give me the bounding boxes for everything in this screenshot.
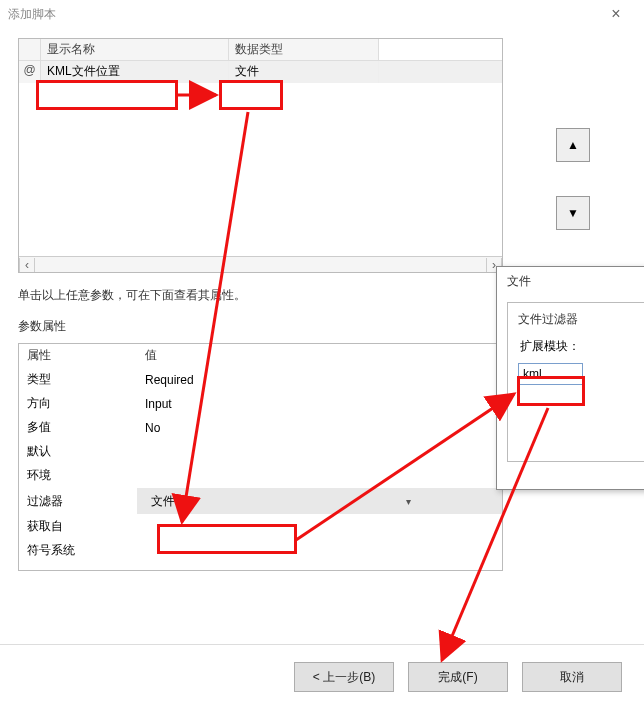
popup-inner: 文件过滤器 扩展模块： <box>507 302 644 462</box>
move-up-button[interactable]: ▲ <box>556 128 590 162</box>
cancel-button[interactable]: 取消 <box>522 662 622 692</box>
popup-title: 文件 <box>507 273 644 296</box>
extension-input[interactable] <box>518 363 583 385</box>
params-header-val: 值 <box>137 344 502 368</box>
param-label: 类型 <box>19 368 137 392</box>
param-filter-cell[interactable]: 文件 ▾ <box>137 488 502 515</box>
param-label: 环境 <box>19 464 137 488</box>
chevron-down-icon: ▾ <box>406 496 411 507</box>
filter-combobox-value: 文件 <box>151 493 175 510</box>
back-button[interactable]: < 上一步(B) <box>294 662 394 692</box>
filter-combobox[interactable]: 文件 ▾ <box>145 491 415 511</box>
param-value[interactable]: No <box>137 416 502 440</box>
param-row-default[interactable]: 默认 <box>19 440 502 464</box>
finish-button[interactable]: 完成(F) <box>408 662 508 692</box>
param-value[interactable] <box>137 539 502 563</box>
param-row-symbol[interactable]: 符号系统 <box>19 539 502 563</box>
grid-row-marker: @ <box>19 61 41 83</box>
parameters-grid[interactable]: 显示名称 数据类型 @ KML文件位置 文件 ‹ › <box>18 38 503 273</box>
param-label: 获取自 <box>19 515 137 539</box>
param-label: 过滤器 <box>19 488 137 515</box>
param-value[interactable] <box>137 440 502 464</box>
params-table: 属性 值 类型 Required 方向 Input 多值 No 默认 环境 <box>19 344 502 563</box>
param-value[interactable] <box>137 464 502 488</box>
arrow-up-icon: ▲ <box>567 138 579 152</box>
param-row-from[interactable]: 获取自 <box>19 515 502 539</box>
param-row-dir[interactable]: 方向 Input <box>19 392 502 416</box>
grid-cell-type[interactable]: 文件 <box>229 61 379 83</box>
param-value[interactable] <box>137 515 502 539</box>
file-filter-popup: 文件 文件过滤器 扩展模块： <box>496 266 644 490</box>
wizard-button-bar: < 上一步(B) 完成(F) 取消 <box>0 662 644 692</box>
close-icon[interactable]: × <box>596 5 636 23</box>
grid-row[interactable]: @ KML文件位置 文件 <box>19 61 502 83</box>
grid-scrollbar[interactable]: ‹ › <box>19 256 502 272</box>
divider <box>0 644 644 645</box>
param-row-multi[interactable]: 多值 No <box>19 416 502 440</box>
grid-header-type[interactable]: 数据类型 <box>229 39 379 60</box>
param-row-type[interactable]: 类型 Required <box>19 368 502 392</box>
params-header-attr: 属性 <box>19 344 137 368</box>
param-label: 默认 <box>19 440 137 464</box>
param-row-filter[interactable]: 过滤器 文件 ▾ <box>19 488 502 515</box>
param-label: 方向 <box>19 392 137 416</box>
window-titlebar: 添加脚本 × <box>0 0 644 28</box>
scroll-left-icon[interactable]: ‹ <box>19 258 35 272</box>
param-label: 符号系统 <box>19 539 137 563</box>
params-header-row: 属性 值 <box>19 344 502 368</box>
grid-header-name[interactable]: 显示名称 <box>41 39 229 60</box>
grid-cell-name[interactable]: KML文件位置 <box>41 61 229 83</box>
params-properties-box: 属性 值 类型 Required 方向 Input 多值 No 默认 环境 <box>18 343 503 571</box>
param-row-env[interactable]: 环境 <box>19 464 502 488</box>
grid-header: 显示名称 数据类型 <box>19 39 502 61</box>
param-value[interactable]: Required <box>137 368 502 392</box>
arrow-down-icon: ▼ <box>567 206 579 220</box>
popup-ext-label: 扩展模块： <box>520 338 634 355</box>
move-down-button[interactable]: ▼ <box>556 196 590 230</box>
window-title: 添加脚本 <box>8 6 596 23</box>
popup-subtitle: 文件过滤器 <box>518 311 634 328</box>
param-value[interactable]: Input <box>137 392 502 416</box>
param-label: 多值 <box>19 416 137 440</box>
